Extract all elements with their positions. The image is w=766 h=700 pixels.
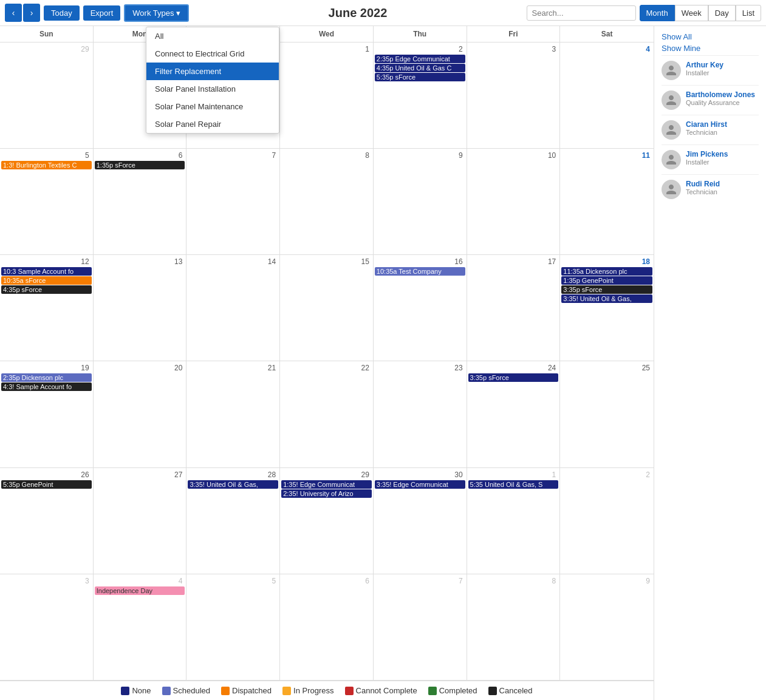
- calendar-event[interactable]: 2:35p Dickenson plc: [1, 373, 92, 382]
- person-name[interactable]: Ciaran Hirst: [686, 120, 727, 129]
- legend-color-box: [488, 687, 497, 695]
- prev-button[interactable]: ‹: [5, 4, 22, 22]
- calendar-event[interactable]: 5:35 United Oil & Gas, S: [468, 480, 559, 489]
- dropdown-item[interactable]: All: [146, 27, 279, 45]
- calendar-event[interactable]: 1:35p GenePoint: [561, 276, 652, 285]
- show-all-link[interactable]: Show All: [662, 32, 759, 41]
- calendar-event[interactable]: 3:35! Edge Communicat: [375, 480, 465, 489]
- legend-item: Scheduled: [162, 686, 210, 695]
- calendar-event[interactable]: 5:35p sForce: [375, 73, 465, 81]
- calendar-event[interactable]: 1:3! Burlington Textiles C: [1, 161, 92, 169]
- day-number: 30: [375, 469, 465, 480]
- sidebar: Show AllShow MineArthur KeyInstallerBart…: [654, 26, 766, 700]
- calendar-event[interactable]: 3:35! United Oil & Gas,: [188, 480, 278, 489]
- calendar-event[interactable]: 10:35a Test Company: [375, 267, 465, 276]
- cal-cell: 8: [280, 149, 374, 255]
- calendar-event[interactable]: 4:35p United Oil & Gas C: [375, 64, 465, 72]
- day-number: 26: [1, 469, 92, 480]
- cal-cell: 20: [94, 361, 187, 467]
- calendar-event[interactable]: Independence Day: [95, 586, 185, 595]
- day-number: 7: [188, 150, 278, 161]
- cal-cell: 22: [280, 361, 374, 467]
- sidebar-person: Rudi ReidTechnician: [662, 174, 759, 204]
- calendar-event[interactable]: 11:35a Dickenson plc: [561, 267, 652, 276]
- person-name[interactable]: Arthur Key: [686, 61, 723, 69]
- person-role: Technician: [686, 129, 727, 136]
- cal-cell: 8: [467, 574, 561, 681]
- dropdown-item[interactable]: Solar Panel Installation: [146, 80, 279, 98]
- day-number: 5: [188, 576, 278, 586]
- day-number: 13: [95, 256, 185, 267]
- legend-color-box: [282, 687, 291, 695]
- legend-color-box: [221, 687, 230, 695]
- next-button[interactable]: ›: [23, 4, 40, 22]
- day-number: 29: [281, 469, 372, 480]
- calendar-event[interactable]: 3:35p sForce: [468, 373, 559, 382]
- cal-cell: 15:35 United Oil & Gas, S: [467, 468, 561, 574]
- cal-cell: 1: [280, 42, 374, 149]
- show-mine-link[interactable]: Show Mine: [662, 44, 759, 53]
- month-title: June 2022: [193, 6, 522, 20]
- dropdown-item[interactable]: Connect to Electrical Grid: [146, 45, 279, 63]
- cal-cell: 27: [94, 468, 187, 574]
- day-number: 12: [1, 256, 92, 267]
- legend-item: Dispatched: [221, 686, 272, 695]
- calendar-event[interactable]: 4:3! Sample Account fo: [1, 382, 92, 391]
- avatar: [662, 61, 681, 80]
- export-button[interactable]: Export: [83, 5, 121, 21]
- view-day-button[interactable]: Day: [708, 5, 736, 21]
- calendar-event[interactable]: 4:35p sForce: [1, 285, 92, 294]
- chevron-down-icon: ▾: [176, 8, 180, 18]
- cal-cell: 3: [0, 574, 94, 681]
- day-number: 20: [95, 362, 185, 373]
- calendar-grid-container: 29122:35p Edge Communicat4:35p United Oi…: [0, 42, 654, 681]
- person-name[interactable]: Jim Pickens: [686, 150, 728, 158]
- calendar-event[interactable]: 10:3 Sample Account fo: [1, 267, 92, 276]
- cal-cell: 192:35p Dickenson plc4:3! Sample Account…: [0, 361, 94, 467]
- sidebar-person: Ciaran HirstTechnician: [662, 115, 759, 144]
- cal-cell: 21: [186, 361, 280, 467]
- day-number: 2: [375, 44, 465, 55]
- avatar: [662, 180, 681, 199]
- view-month-button[interactable]: Month: [640, 5, 675, 21]
- calendar-event[interactable]: 3:35p sForce: [561, 285, 652, 294]
- dropdown-item[interactable]: Solar Panel Maintenance: [146, 98, 279, 115]
- cal-cell: 1210:3 Sample Account fo10:35a sForce4:3…: [0, 255, 94, 361]
- worktypes-button[interactable]: Work Types ▾: [124, 4, 189, 22]
- legend-color-box: [428, 687, 437, 695]
- person-name[interactable]: Bartholomew Jones: [686, 90, 755, 99]
- day-number: 5: [1, 150, 92, 161]
- calendar-event[interactable]: 5:35p GenePoint: [1, 480, 92, 489]
- calendar-event[interactable]: 10:35a sForce: [1, 276, 92, 285]
- search-input[interactable]: [527, 5, 636, 21]
- calendar-event[interactable]: 1:35p sForce: [95, 161, 185, 169]
- dropdown-item[interactable]: Solar Panel Repair: [146, 115, 279, 133]
- avatar: [662, 120, 681, 140]
- cal-header-cell: Sun: [0, 26, 94, 42]
- cal-cell: 13: [94, 255, 187, 361]
- view-week-button[interactable]: Week: [675, 5, 708, 21]
- person-name[interactable]: Rudi Reid: [686, 180, 720, 188]
- calendar-event[interactable]: 1:35! Edge Communicat: [281, 480, 372, 489]
- day-number: 17: [468, 256, 559, 267]
- legend-item: Completed: [428, 686, 477, 695]
- cal-cell: 303:35! Edge Communicat: [374, 468, 467, 574]
- calendar-event[interactable]: 3:35! United Oil & Gas,: [561, 294, 652, 303]
- legend-item: Canceled: [488, 686, 533, 695]
- calendar-event[interactable]: 2:35p Edge Communicat: [375, 55, 465, 63]
- dropdown-item[interactable]: Filter Replacement: [146, 63, 279, 80]
- cal-cell: 4: [560, 42, 654, 149]
- calendar-area: SunMonTueWedThuFriSat 29122:35p Edge Com…: [0, 26, 654, 700]
- cal-cell: 265:35p GenePoint: [0, 468, 94, 574]
- view-list-button[interactable]: List: [736, 5, 761, 21]
- day-number: 16: [375, 256, 465, 267]
- day-number: 28: [188, 469, 278, 480]
- today-button[interactable]: Today: [44, 5, 80, 21]
- legend-color-box: [121, 687, 129, 695]
- day-number: 29: [1, 44, 92, 55]
- day-number: 14: [188, 256, 278, 267]
- cal-cell: 11: [560, 149, 654, 255]
- calendar-event[interactable]: 2:35! University of Arizo: [281, 489, 372, 498]
- cal-cell: 29: [0, 42, 94, 149]
- day-number: 3: [468, 44, 559, 55]
